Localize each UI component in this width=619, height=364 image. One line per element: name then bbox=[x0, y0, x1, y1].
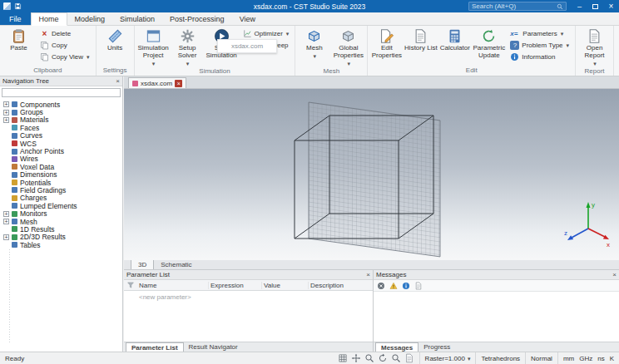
clear-messages-icon[interactable] bbox=[377, 282, 385, 290]
copy-button[interactable]: Copy bbox=[37, 40, 92, 51]
simulation-project-button[interactable]: Simulation Project bbox=[136, 27, 171, 67]
close-button[interactable] bbox=[603, 0, 619, 12]
close-icon[interactable]: × bbox=[366, 272, 370, 278]
tab-parameter-list[interactable]: Parameter List bbox=[126, 342, 184, 352]
tree-item[interactable]: 1D Results bbox=[3, 225, 58, 233]
tree-item[interactable]: Groups bbox=[3, 108, 47, 116]
zoom-icon[interactable] bbox=[364, 353, 374, 363]
tree-item[interactable]: WCS bbox=[3, 140, 40, 147]
ribbon: Paste × Delete Copy Copy View bbox=[0, 26, 619, 76]
parameters-button[interactable]: Parameters bbox=[508, 28, 572, 39]
units-field: mm GHz ns K bbox=[557, 352, 619, 364]
tab-3d[interactable]: 3D bbox=[131, 260, 154, 269]
navigation-tree-header: Navigation Tree × bbox=[0, 76, 122, 86]
raster-field[interactable]: Raster=1.000 bbox=[419, 352, 476, 364]
parametric-update-button[interactable]: Parametric Update bbox=[472, 27, 506, 66]
tree-item-icon bbox=[12, 125, 17, 130]
filter-icon[interactable] bbox=[124, 281, 137, 289]
document-tab[interactable]: xsdax.com × bbox=[128, 77, 186, 88]
chevron-down-icon bbox=[560, 30, 564, 37]
tree-item[interactable]: Monitors bbox=[3, 209, 51, 217]
tab-post-processing[interactable]: Post-Processing bbox=[162, 12, 232, 25]
tab-progress[interactable]: Progress bbox=[418, 342, 455, 352]
tree-item[interactable]: Tables bbox=[3, 241, 44, 248]
tree-item[interactable]: Voxel Data bbox=[3, 163, 57, 170]
optimizer-icon bbox=[243, 29, 252, 38]
open-report-button[interactable]: Open Report bbox=[577, 27, 612, 67]
new-parameter-row[interactable]: <new parameter> bbox=[124, 291, 373, 301]
tree-item[interactable]: Wires bbox=[3, 155, 42, 163]
navigation-search-input[interactable] bbox=[4, 89, 118, 96]
app-icon[interactable] bbox=[3, 2, 11, 10]
save-icon[interactable] bbox=[14, 2, 22, 10]
tree-item[interactable]: Faces bbox=[3, 124, 42, 131]
expander-icon[interactable] bbox=[3, 110, 9, 116]
tab-file[interactable]: File bbox=[0, 12, 31, 25]
history-list-button[interactable]: History List bbox=[404, 27, 438, 66]
message-list-icon[interactable] bbox=[414, 282, 423, 290]
tree-item[interactable]: Mesh bbox=[3, 218, 41, 225]
tree-item[interactable]: Anchor Points bbox=[3, 147, 67, 155]
setup-solver-button[interactable]: Setup Solver bbox=[171, 27, 205, 67]
tree-item[interactable]: Lumped Elements bbox=[3, 202, 81, 209]
maximize-button[interactable] bbox=[587, 0, 603, 12]
chevron-down-icon bbox=[86, 53, 90, 61]
optimizer-button[interactable]: Optimizer bbox=[240, 28, 292, 39]
pan-icon[interactable] bbox=[351, 353, 361, 363]
minimize-button[interactable] bbox=[572, 0, 587, 12]
tab-schematic[interactable]: Schematic bbox=[154, 260, 198, 269]
3d-viewport[interactable]: y z x bbox=[124, 89, 619, 260]
copy-view-button[interactable]: Copy View bbox=[37, 52, 92, 62]
close-tab-icon[interactable]: × bbox=[175, 80, 182, 87]
tree-item[interactable]: Field Gradings bbox=[3, 186, 69, 194]
close-icon[interactable]: × bbox=[116, 78, 120, 85]
expander-icon[interactable] bbox=[3, 219, 9, 224]
tab-home[interactable]: Home bbox=[31, 12, 67, 26]
navigation-search[interactable] bbox=[2, 88, 121, 97]
info-filter-icon[interactable] bbox=[402, 282, 410, 290]
delete-button[interactable]: × Delete bbox=[37, 28, 92, 39]
warning-filter-icon[interactable] bbox=[389, 282, 398, 290]
tab-view[interactable]: View bbox=[232, 12, 263, 25]
paste-button[interactable]: Paste bbox=[2, 27, 36, 66]
expander-icon[interactable] bbox=[3, 234, 9, 240]
expander-icon[interactable] bbox=[3, 101, 9, 107]
tree-item[interactable]: Materials bbox=[3, 116, 52, 124]
mode-field: Normal bbox=[525, 352, 557, 364]
tree-item[interactable]: Potentials bbox=[3, 179, 54, 186]
zoom-select-icon[interactable] bbox=[391, 353, 401, 363]
mesh-button[interactable]: Mesh bbox=[297, 27, 331, 67]
close-icon[interactable]: × bbox=[612, 272, 617, 278]
tab-result-navigator[interactable]: Result Navigator bbox=[184, 342, 243, 352]
ribbon-search-input[interactable] bbox=[472, 2, 554, 10]
calculator-button[interactable]: Calculator bbox=[438, 27, 472, 66]
tree-item-icon bbox=[12, 219, 17, 224]
tree-item[interactable]: Curves bbox=[3, 132, 46, 140]
edit-properties-button[interactable]: Edit Properties bbox=[369, 27, 404, 66]
rotate-icon[interactable] bbox=[378, 353, 388, 363]
document-tab-bar: xsdax.com × bbox=[124, 76, 619, 89]
column-description: Description bbox=[309, 282, 373, 289]
tab-simulation[interactable]: Simulation bbox=[112, 12, 162, 25]
problem-type-button[interactable]: Problem Type bbox=[508, 40, 572, 51]
tab-messages[interactable]: Messages bbox=[375, 342, 418, 352]
information-button[interactable]: Information bbox=[508, 52, 572, 62]
ribbon-search[interactable] bbox=[468, 2, 567, 11]
tree-item[interactable]: Dimensions bbox=[3, 171, 60, 179]
expander-icon[interactable] bbox=[3, 211, 9, 217]
tree-item[interactable]: Charges bbox=[3, 194, 50, 202]
tab-modeling[interactable]: Modeling bbox=[67, 12, 113, 25]
parameter-list-body: <new parameter> bbox=[124, 291, 373, 342]
expander-icon[interactable] bbox=[3, 117, 9, 123]
3d-scene[interactable] bbox=[124, 89, 619, 260]
units-button[interactable]: Units bbox=[98, 27, 132, 66]
macros-button[interactable]: Macros bbox=[616, 27, 619, 66]
tree-item[interactable]: 2D/3D Results bbox=[3, 234, 69, 241]
page-icon[interactable] bbox=[404, 353, 414, 363]
global-properties-button[interactable]: Global Properties bbox=[331, 27, 365, 67]
tree-item[interactable]: Components bbox=[3, 101, 63, 108]
mesh-plane bbox=[309, 102, 440, 257]
fit-view-icon[interactable] bbox=[338, 353, 348, 363]
column-value: Value bbox=[262, 282, 309, 289]
title-bar-right bbox=[468, 0, 619, 12]
